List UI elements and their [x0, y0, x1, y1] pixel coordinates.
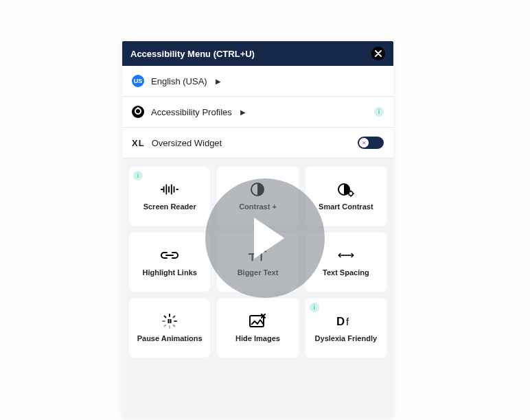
card-hide-images[interactable]: Hide Images [217, 299, 298, 358]
card-highlight-links[interactable]: Highlight Links [129, 233, 210, 292]
card-label: Text Spacing [323, 268, 369, 277]
svg-text:D: D [336, 315, 345, 328]
link-icon [160, 248, 179, 263]
card-label: Hide Images [235, 334, 280, 342]
panel-title: Accessibility Menu (CTRL+U) [130, 49, 255, 59]
card-label: Pause Animations [137, 334, 203, 342]
card-screen-reader[interactable]: i Screen Reader [129, 167, 210, 226]
card-label: Smart Contrast [319, 202, 373, 211]
panel-header: Accessibility Menu (CTRL+U) [122, 41, 393, 66]
card-label: Highlight Links [142, 268, 196, 277]
spacing-icon [336, 248, 356, 263]
language-row[interactable]: US English (USA) ▶ [122, 66, 393, 97]
svg-text:f: f [346, 316, 349, 327]
language-label: English (USA) [151, 76, 207, 86]
card-label: Dyslexia Friendly [315, 334, 378, 342]
oversized-toggle[interactable] [358, 137, 384, 149]
svg-point-4 [345, 255, 347, 256]
close-icon [375, 50, 382, 57]
card-label: Screen Reader [143, 202, 196, 211]
xl-icon: XL [132, 138, 145, 148]
card-dyslexia-friendly[interactable]: i Df Dyslexia Friendly [306, 299, 387, 358]
info-icon[interactable]: i [310, 303, 319, 312]
info-icon[interactable]: i [133, 171, 143, 180]
svg-point-5 [347, 255, 349, 256]
svg-rect-6 [168, 319, 170, 323]
chevron-right-icon: ▶ [240, 108, 246, 116]
oversized-row: XL Oversized Widget [122, 128, 393, 159]
play-icon [254, 218, 284, 259]
profiles-label: Accessibility Profiles [151, 107, 232, 117]
svg-rect-7 [170, 319, 172, 323]
accessibility-icon [132, 106, 144, 118]
sound-wave-icon [160, 182, 179, 197]
dyslexia-font-icon: Df [336, 314, 356, 329]
oversized-label: Oversized Widget [152, 138, 222, 148]
svg-point-3 [343, 255, 345, 256]
info-icon[interactable]: i [374, 107, 384, 117]
chevron-right-icon: ▶ [216, 78, 221, 85]
loading-pause-icon [160, 314, 179, 329]
contrast-gear-icon [336, 182, 356, 197]
card-pause-animations[interactable]: Pause Animations [129, 299, 210, 358]
language-badge-icon: US [132, 75, 144, 87]
image-off-icon [248, 314, 267, 329]
svg-point-2 [349, 191, 353, 196]
video-play-overlay[interactable] [205, 178, 325, 298]
profiles-row[interactable]: Accessibility Profiles ▶ i [122, 97, 393, 128]
close-button[interactable] [371, 47, 385, 60]
